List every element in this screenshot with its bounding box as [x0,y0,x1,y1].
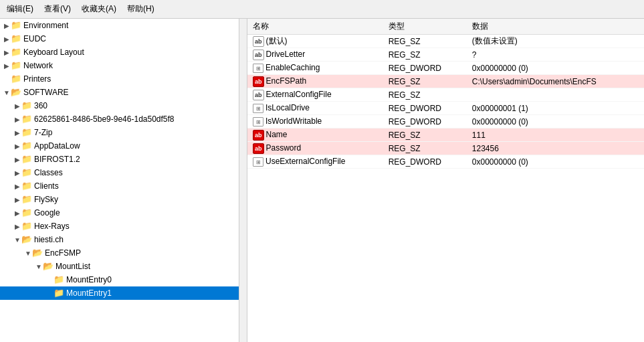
tree-arrow-bifrost[interactable] [13,156,21,163]
name-text-encfspath: EncFSPath [266,76,307,86]
tree-item-62625861[interactable]: 62625861-8486-5be9-9e46-1da50df5f8 [0,112,247,126]
tree-item-360[interactable]: 360 [0,99,247,112]
tree-label-hiesti: hiesti.ch [34,235,64,244]
tree-item-hiesti[interactable]: hiesti.ch [0,233,247,246]
menu-item-favorites[interactable]: 收藏夹(A) [79,2,119,16]
tree-arrow-clients[interactable] [13,183,21,190]
cell-data-isworldwritable: 0x00000000 (0) [467,115,644,129]
table-row-encfspath[interactable]: abEncFSPathREG_SZC:\Users\admin\Document… [247,75,644,88]
folder-icon-keyboard-layout [11,48,21,57]
name-text-default: (默认) [266,36,288,46]
tree-item-7zip[interactable]: 7-Zip [0,126,247,139]
tree-label-google: Google [34,208,60,218]
dword-icon-isworldwritable: ⊞ [253,117,263,126]
tree-item-hex-rays[interactable]: Hex-Rays [0,220,247,233]
tree-item-clients[interactable]: Clients [0,179,247,193]
col-header-name[interactable]: 名称 [247,19,383,35]
tree-item-appdatalow[interactable]: AppDataLow [0,139,247,153]
cell-data-useexternalconfigfile: 0x00000000 (0) [467,155,644,169]
tree-arrow-hiesti[interactable] [13,236,21,244]
cell-name-name-entry: abName [247,129,383,142]
tree-item-mountentry0[interactable]: MountEntry0 [0,273,247,286]
table-row-useexternalconfigfile[interactable]: ⊞UseExternalConfigFileREG_DWORD0x0000000… [247,155,644,169]
tree-arrow-keyboard-layout[interactable] [3,49,11,56]
folder-icon-hex-rays [21,222,32,231]
folder-icon-mountlist [43,262,53,271]
menu-item-edit[interactable]: 编辑(E) [4,2,36,16]
tree-label-hex-rays: Hex-Rays [34,222,70,231]
table-row-default[interactable]: ab(默认)REG_SZ(数值未设置) [247,35,644,48]
reg-icon-driveletter: ab [253,50,266,59]
tree-arrow-google[interactable] [13,209,21,217]
tree-item-keyboard-layout[interactable]: Keyboard Layout [0,46,247,59]
tree-label-mountlist: MountList [56,262,90,271]
ab-icon-name-entry: ab [253,130,264,141]
scrollbar[interactable] [239,19,247,342]
table-row-password[interactable]: abPasswordREG_SZ123456 [247,142,644,155]
cell-name-externalconfigfile: abExternalConfigFile [247,88,383,102]
tree-item-network[interactable]: Network [0,59,247,72]
tree-item-mountlist[interactable]: MountList [0,260,247,273]
tree-arrow-software[interactable] [3,89,11,96]
table-row-externalconfigfile[interactable]: abExternalConfigFileREG_SZ [247,88,644,102]
tree-item-encfsmp[interactable]: EncFSMP [0,246,247,260]
folder-icon-360 [21,101,32,110]
tree-arrow-62625861[interactable] [13,116,21,123]
tree-arrow-7zip[interactable] [13,129,21,137]
cell-data-encfspath: C:\Users\admin\Documents\EncFS [467,75,644,88]
folder-icon-7zip [21,128,32,137]
cell-data-default: (数值未设置) [467,35,644,48]
tree-item-classes[interactable]: Classes [0,166,247,179]
tree-item-flysky[interactable]: FlySky [0,193,247,206]
registry-table: 名称类型数据 ab(默认)REG_SZ(数值未设置)abDriveLetterR… [247,19,644,169]
tree-item-eudc[interactable]: EUDC [0,32,247,46]
folder-icon-classes [21,168,32,177]
cell-name-encfspath: abEncFSPath [247,75,383,88]
ab-icon-externalconfigfile: ab [253,90,264,100]
tree-label-printers: Printers [23,74,51,84]
table-row-islocaldrive[interactable]: ⊞IsLocalDriveREG_DWORD0x00000001 (1) [247,102,644,115]
tree-item-mountentry1[interactable]: MountEntry1 [0,286,247,300]
reg-icon-enablecaching: ⊞ [253,63,265,72]
cell-type-encfspath: REG_SZ [383,75,467,88]
cell-data-islocaldrive: 0x00000001 (1) [467,102,644,115]
ab-icon-default: ab [253,36,264,47]
menu-item-view[interactable]: 查看(V) [41,2,74,16]
table-row-driveletter[interactable]: abDriveLetterREG_SZ? [247,48,644,62]
ab-icon-driveletter: ab [253,50,264,60]
name-text-useexternalconfigfile: UseExternalConfigFile [265,157,345,166]
tree-arrow-mountlist[interactable] [35,263,43,270]
tree-item-google[interactable]: Google [0,206,247,220]
cell-type-islocaldrive: REG_DWORD [383,102,467,115]
tree-arrow-flysky[interactable] [13,196,21,203]
col-header-type[interactable]: 类型 [383,19,467,35]
tree-item-bifrost[interactable]: BIFROST1.2 [0,153,247,166]
name-text-password: Password [266,143,302,153]
folder-icon-appdatalow [21,141,32,151]
tree-arrow-classes[interactable] [13,169,21,177]
tree-label-62625861: 62625861-8486-5be9-9e46-1da50df5f8 [34,114,175,124]
table-row-isworldwritable[interactable]: ⊞IsWorldWritableREG_DWORD0x00000000 (0) [247,115,644,129]
cell-type-default: REG_SZ [383,35,467,48]
tree-item-environment[interactable]: Environment [0,19,247,32]
col-header-data[interactable]: 数据 [467,19,644,35]
cell-name-enablecaching: ⊞EnableCaching [247,62,383,75]
tree-arrow-encfsmp[interactable] [24,250,32,257]
tree-arrow-eudc[interactable] [3,35,11,43]
tree-arrow-network[interactable] [3,62,11,70]
tree-item-software[interactable]: SOFTWARE [0,86,247,99]
tree-arrow-appdatalow[interactable] [13,143,21,150]
tree-item-printers[interactable]: Printers [0,72,247,86]
tree-arrow-environment[interactable] [3,22,11,29]
reg-icon-encfspath: ab [253,76,266,86]
cell-data-password: 123456 [467,142,644,155]
folder-icon-bifrost [21,155,32,164]
reg-icon-isworldwritable: ⊞ [253,116,265,126]
table-row-name-entry[interactable]: abNameREG_SZ111 [247,129,644,142]
folder-icon-hiesti [21,235,32,244]
menu-item-help[interactable]: 帮助(H) [124,2,157,16]
table-row-enablecaching[interactable]: ⊞EnableCachingREG_DWORD0x00000000 (0) [247,62,644,75]
tree-arrow-360[interactable] [13,102,21,110]
tree-arrow-hex-rays[interactable] [13,223,21,230]
folder-icon-network [11,61,21,70]
